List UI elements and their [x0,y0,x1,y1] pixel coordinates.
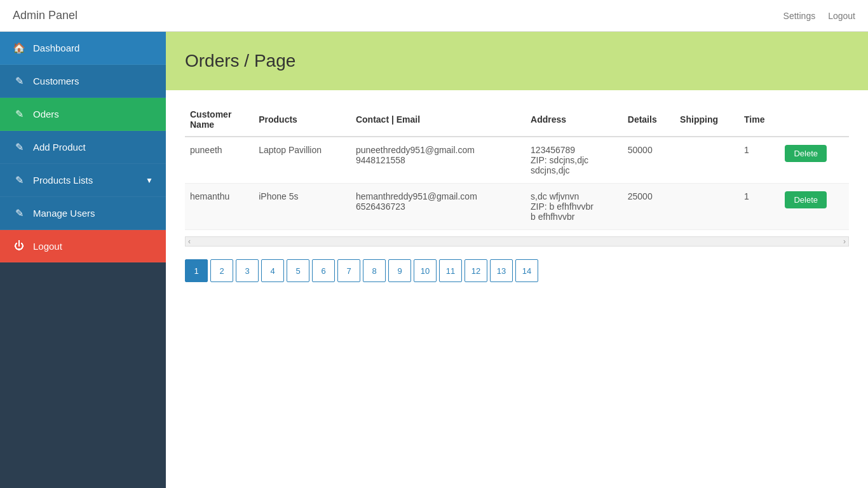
cell-shipping [675,184,739,230]
sidebar-label-logout: Logout [33,241,62,252]
settings-link[interactable]: Settings [783,11,816,21]
edit-icon-customers: ✎ [13,75,25,87]
cell-time: 1 [739,137,780,184]
page-title: Orders / Page [185,51,849,71]
cell-customer-name: hemanthu [185,184,254,230]
sidebar-label-orders: Oders [33,109,59,119]
page-button-4[interactable]: 4 [261,259,284,282]
sidebar-item-manage-users[interactable]: ✎ Manage Users [0,197,166,230]
scroll-right-icon[interactable]: › [843,237,846,246]
page-button-12[interactable]: 12 [465,259,487,282]
cell-shipping [675,137,739,184]
page-button-10[interactable]: 10 [414,259,437,282]
col-shipping: Shipping [675,103,739,137]
logout-link[interactable]: Logout [828,11,855,21]
sidebar-item-orders[interactable]: ✎ Oders [0,98,166,131]
pagination: 1234567891011121314 [185,259,849,282]
sidebar-label-products-lists: Products Lists [33,175,93,186]
col-products: Products [254,103,351,137]
sidebar-label-customers: Customers [33,76,79,86]
cell-address: s,dc wfjvnvnZIP: b efhfhvvbrb efhfhvvbr [526,184,623,230]
orders-table: CustomerName Products Contact | Email Ad… [185,103,849,230]
cell-products: iPhone 5s [254,184,351,230]
scroll-left-icon[interactable]: ‹ [188,237,191,246]
page-button-13[interactable]: 13 [490,259,513,282]
power-icon: ⏻ [13,240,25,252]
edit-icon-products: ✎ [13,174,25,186]
col-time: Time [739,103,780,137]
edit-icon-manage-users: ✎ [13,207,25,219]
page-button-2[interactable]: 2 [210,259,233,282]
layout: 🏠 Dashboard ✎ Customers ✎ Oders ✎ Add Pr… [0,32,868,488]
app-title: Admin Panel [13,9,78,22]
edit-icon-orders: ✎ [13,108,25,120]
cell-products: Laptop Pavillion [254,137,351,184]
delete-button[interactable]: Delete [785,145,827,162]
page-button-14[interactable]: 14 [515,259,538,282]
nav-links: Settings Logout [783,11,855,21]
sidebar-label-dashboard: Dashboard [33,43,79,53]
content-area: CustomerName Products Contact | Email Ad… [166,90,868,295]
sidebar-item-customers[interactable]: ✎ Customers [0,65,166,98]
col-address: Address [526,103,623,137]
cell-details: 25000 [623,184,675,230]
chevron-down-icon: ▼ [146,176,153,185]
cell-time: 1 [739,184,780,230]
delete-button[interactable]: Delete [785,191,827,208]
home-icon: 🏠 [13,42,25,54]
col-contact-email: Contact | Email [351,103,526,137]
page-button-3[interactable]: 3 [236,259,259,282]
table-row: puneeth Laptop Pavillion puneethreddy951… [185,137,849,184]
page-header: Orders / Page [166,32,868,90]
sidebar-label-manage-users: Manage Users [33,208,95,219]
page-button-9[interactable]: 9 [388,259,411,282]
page-button-1[interactable]: 1 [185,259,208,282]
top-nav: Admin Panel Settings Logout [0,0,868,32]
cell-customer-name: puneeth [185,137,254,184]
page-button-6[interactable]: 6 [312,259,335,282]
page-button-11[interactable]: 11 [439,259,462,282]
sidebar-item-logout[interactable]: ⏻ Logout [0,230,166,262]
col-details: Details [623,103,675,137]
cell-address: 123456789ZIP: sdcjns,djcsdcjns,djc [526,137,623,184]
col-action [780,103,849,137]
edit-icon-add-product: ✎ [13,141,25,153]
page-button-7[interactable]: 7 [337,259,360,282]
sidebar-item-products-lists[interactable]: ✎ Products Lists ▼ [0,164,166,197]
page-button-5[interactable]: 5 [287,259,309,282]
cell-details: 50000 [623,137,675,184]
cell-action: Delete [780,184,849,230]
sidebar: 🏠 Dashboard ✎ Customers ✎ Oders ✎ Add Pr… [0,32,166,488]
horizontal-scrollbar[interactable]: ‹ › [185,236,849,247]
sidebar-item-dashboard[interactable]: 🏠 Dashboard [0,32,166,65]
sidebar-item-add-product[interactable]: ✎ Add Product [0,131,166,164]
cell-contact-email: puneethreddy951@gmail.com9448121558 [351,137,526,184]
main-content: Orders / Page CustomerName Products Cont… [166,32,868,488]
cell-contact-email: hemanthreddy951@gmail.com6526436723 [351,184,526,230]
cell-action: Delete [780,137,849,184]
col-customer-name: CustomerName [185,103,254,137]
table-header-row: CustomerName Products Contact | Email Ad… [185,103,849,137]
page-button-8[interactable]: 8 [363,259,386,282]
sidebar-label-add-product: Add Product [33,142,86,152]
table-row: hemanthu iPhone 5s hemanthreddy951@gmail… [185,184,849,230]
